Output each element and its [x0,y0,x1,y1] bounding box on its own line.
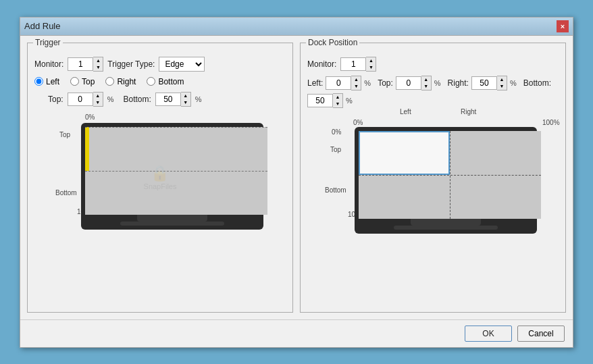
dock-left-pct: % [364,79,371,87]
dock-bottom-down[interactable]: ▼ [333,101,342,107]
monitor-stand-2 [411,219,480,226]
radio-bottom-input[interactable] [147,77,155,86]
dock-left-spinner-btns[interactable]: ▲ ▼ [351,76,361,90]
dock-bottom-dashed-h [359,175,541,176]
dock-monitor-preview: Left Right 0% 100% 0% Top Bottom 100% [307,118,559,234]
radio-left-label: Left [46,77,59,86]
dock-monitor-up[interactable]: ▲ [366,57,376,64]
dialog-footer: OK Cancel [20,319,573,347]
dock-right-input[interactable] [471,76,497,90]
trigger-yellow-bar [85,127,89,171]
ok-button[interactable]: OK [465,326,512,342]
dock-top-up[interactable]: ▲ [421,76,431,83]
trigger-monitor-down[interactable]: ▼ [93,64,103,71]
dock-bottom-up[interactable]: ▲ [333,94,342,101]
cancel-button[interactable]: Cancel [517,326,565,342]
dock-monitor-row: Monitor: ▲ ▼ [307,57,559,72]
close-button[interactable]: × [557,20,569,32]
trigger-top-dashed-line [85,127,267,128]
trigger-monitor-spinner[interactable]: 1 ▲ ▼ [68,57,103,72]
trigger-panel-title: Trigger [33,38,63,47]
monitor-stand-1 [137,215,207,222]
trigger-top-spinner[interactable]: ▲ ▼ [68,92,103,107]
dialog-body: Trigger Monitor: 1 ▲ ▼ Trigger Type: Edg… [20,36,573,319]
trigger-top-spinner-btns[interactable]: ▲ ▼ [93,92,103,107]
trigger-top-up[interactable]: ▲ [93,93,103,99]
dock-right-up[interactable]: ▲ [497,76,507,83]
trigger-monitor-screen [85,127,267,215]
dock-0pct-horizontal: 0% [353,119,363,126]
dock-left-down[interactable]: ▼ [351,83,361,90]
dock-top-axis: Top [330,146,341,153]
dock-right-pct: % [510,79,517,87]
monitor-base-2 [394,226,498,230]
radio-bottom-label: Bottom [158,77,184,86]
bottom-pct-label: % [195,95,202,103]
dock-panel-title: Dock Position [306,38,359,47]
trigger-bottom-up[interactable]: ▲ [181,93,190,99]
trigger-top-bottom-row: Top: ▲ ▼ % Bottom: ▲ ▼ % [34,92,286,107]
trigger-edge-radio-row: Left Top Right Bottom [34,77,286,86]
dock-monitor-down[interactable]: ▼ [366,64,376,71]
radio-left[interactable]: Left [34,77,59,86]
trigger-top-input[interactable] [68,93,93,106]
dock-top-spinner[interactable]: ▲ ▼ [396,76,432,90]
trigger-monitor-spinner-btns[interactable]: ▲ ▼ [93,57,103,72]
radio-right-input[interactable] [105,77,114,86]
dock-monitor-label: Monitor: [307,59,336,69]
dock-bottom-axis: Bottom [325,186,346,194]
trigger-top-axis-label: Top [59,131,70,138]
dock-axis-right-label: Right [461,108,476,115]
dock-top-input[interactable] [396,76,421,90]
trigger-type-select[interactable]: Edge Click Hotkey [159,57,205,72]
title-bar: Add Rule × [20,18,573,36]
dock-position-row: Left: ▲ ▼ % Top: ▲ ▼ % [307,76,559,108]
radio-bottom[interactable]: Bottom [147,77,184,86]
dock-panel: Dock Position Monitor: ▲ ▼ Left: [300,43,566,313]
radio-right[interactable]: Right [105,77,136,86]
dock-bottom-input[interactable] [307,94,333,107]
trigger-bottom-spinner-btns[interactable]: ▲ ▼ [181,92,191,107]
dock-right-spinner[interactable]: ▲ ▼ [471,76,507,90]
dock-right-spinner-btns[interactable]: ▲ ▼ [497,76,507,90]
trigger-top-down[interactable]: ▼ [93,99,103,106]
dock-left-label: Left: [307,78,323,88]
dock-left-up[interactable]: ▲ [351,76,361,83]
monitor-label: Monitor: [34,59,63,69]
dock-right-label: Right: [448,78,469,88]
radio-top[interactable]: Top [70,77,95,86]
trigger-bottom-dashed-line [85,171,267,172]
dock-monitor-input[interactable] [340,57,366,71]
radio-left-input[interactable] [34,77,43,86]
add-rule-dialog: Add Rule × Trigger Monitor: 1 ▲ ▼ Trigge… [20,17,573,348]
radio-top-input[interactable] [70,77,79,86]
dock-monitor-spinner-btns[interactable]: ▲ ▼ [366,57,376,72]
dock-top-spinner-btns[interactable]: ▲ ▼ [421,76,432,90]
dialog-title: Add Rule [24,21,60,31]
trigger-monitor-input[interactable]: 1 [68,57,93,71]
trigger-type-label: Trigger Type: [107,59,155,69]
dock-bottom-spinner[interactable]: ▲ ▼ [307,93,343,108]
dock-top-pct: % [434,79,441,87]
dock-left-spinner[interactable]: ▲ ▼ [326,76,361,90]
trigger-bottom-spinner[interactable]: ▲ ▼ [155,92,191,107]
dock-bottom-pct: % [346,97,353,105]
dock-monitor-spinner[interactable]: ▲ ▼ [340,57,376,72]
dock-rect [359,131,450,175]
trigger-monitor-preview: 0% Top Bottom 100% [34,115,286,230]
trigger-monitor-outer [81,123,263,230]
trigger-monitor-wrap: 0% Top Bottom 100% [57,115,263,230]
dock-monitor-outer-wrap: Left Right 0% 100% 0% Top Bottom 100% [329,118,537,234]
trigger-bottom-input[interactable] [155,93,181,106]
top-label: Top: [48,95,63,104]
trigger-monitor-up[interactable]: ▲ [93,57,103,64]
dock-left-input[interactable] [326,76,351,90]
trigger-0pct-label: 0% [85,113,95,121]
radio-right-label: Right [117,77,136,86]
dock-bottom-spinner-btns[interactable]: ▲ ▼ [333,93,343,108]
trigger-bottom-down[interactable]: ▼ [181,99,190,106]
dock-top-down[interactable]: ▼ [421,83,431,90]
dock-right-down[interactable]: ▼ [497,83,507,90]
dock-axis-left-label: Left [400,108,411,115]
dock-0pct-vertical: 0% [332,128,341,136]
